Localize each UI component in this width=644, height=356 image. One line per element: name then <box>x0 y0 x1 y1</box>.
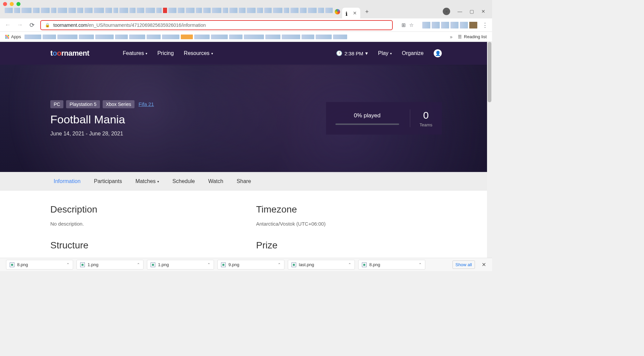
download-item[interactable]: last.png⌃ <box>288 260 355 270</box>
star-icon[interactable]: ☆ <box>409 22 414 28</box>
nav-pricing[interactable]: Pricing <box>157 50 174 56</box>
maximize[interactable]: ▢ <box>470 9 474 14</box>
chrome-window-controls: ▾ — ▢ ✕ <box>443 8 489 15</box>
close-tab[interactable]: ✕ <box>353 10 357 16</box>
nav-features[interactable]: Features▾ <box>123 50 147 56</box>
subnav-schedule[interactable]: Schedule <box>172 178 195 184</box>
timezone-heading: Timezone <box>256 204 442 215</box>
tab-favicon-blurred <box>335 9 340 14</box>
tabs-blurred <box>5 6 333 15</box>
download-item[interactable]: 1.png⌃ <box>147 260 214 270</box>
reading-list-label: Reading list <box>464 34 487 39</box>
teams-label: Teams <box>420 122 432 127</box>
image-file-icon <box>362 262 367 267</box>
url-actions: ⊞ ☆ <box>397 20 418 30</box>
hero: PC Playstation 5 Xbox Series Fifa 21 Foo… <box>0 65 492 172</box>
chevron-down-icon: ▾ <box>146 52 147 55</box>
minimize[interactable]: — <box>458 9 462 14</box>
timezone-section: Timezone Antarctica/Vostok (UTC+06:00) <box>256 204 442 227</box>
description-heading: Description <box>50 204 236 215</box>
stats-box: 0% played 0 Teams <box>326 102 442 135</box>
chevron-up-icon[interactable]: ⌃ <box>278 262 281 267</box>
bookmarks-overflow[interactable]: » <box>450 34 452 40</box>
structure-heading: Structure <box>50 240 236 251</box>
nav-resources[interactable]: Resources▾ <box>184 50 213 56</box>
window-controls <box>3 2 20 6</box>
chevron-up-icon[interactable]: ⌃ <box>419 262 422 267</box>
forward-button[interactable]: → <box>16 21 23 29</box>
tournament-dates: June 14, 2021 - June 28, 2021 <box>50 131 154 137</box>
prize-heading: Prize <box>256 240 442 251</box>
chevron-down-icon: ▾ <box>365 50 368 56</box>
subnav-share[interactable]: Share <box>237 178 251 184</box>
subnav-participants[interactable]: Participants <box>94 178 122 184</box>
clock-icon: 🕑 <box>336 50 342 56</box>
url-path: /en_US/tournaments/4712069825635926016/i… <box>87 22 206 28</box>
badge-ps5: Playstation 5 <box>66 100 100 108</box>
image-file-icon <box>151 262 155 267</box>
progress-bar <box>335 123 399 125</box>
chevron-up-icon[interactable]: ⌃ <box>348 262 351 267</box>
download-item[interactable]: 8.png⌃ <box>358 260 425 270</box>
reload-button[interactable]: ⟳ <box>28 21 36 29</box>
image-file-icon <box>80 262 85 267</box>
scrollbar-thumb[interactable] <box>488 42 491 102</box>
image-file-icon <box>221 262 226 267</box>
prize-section: Prize <box>256 240 442 257</box>
info-content: Description No description. Timezone Ant… <box>0 191 492 258</box>
chevron-down-icon: ▾ <box>157 180 159 183</box>
page-content: toornament Features▾ Pricing Resources▾ … <box>0 42 492 258</box>
minimize-window[interactable] <box>10 2 14 6</box>
description-section: Description No description. <box>50 204 236 227</box>
close-downloads-bar[interactable]: ✕ <box>482 261 486 268</box>
chevron-down-icon: ▾ <box>211 52 213 55</box>
platform-badges: PC Playstation 5 Xbox Series Fifa 21 <box>50 100 154 108</box>
nav-clock[interactable]: 🕑2:38 PM▾ <box>336 50 368 56</box>
chevron-up-icon[interactable]: ⌃ <box>66 262 69 267</box>
reading-list-icon: ☰ <box>458 34 462 39</box>
tab-favicon: ℹ <box>345 11 350 15</box>
tab-strip: ℹ ✕ + ▾ — ▢ ✕ <box>0 0 492 18</box>
site-topnav: toornament Features▾ Pricing Resources▾ … <box>0 42 492 65</box>
nav-play[interactable]: Play▾ <box>378 50 392 56</box>
bookmarks-blurred <box>24 35 447 39</box>
chevron-down-icon: ▾ <box>390 52 392 55</box>
image-file-icon <box>10 262 14 267</box>
game-link[interactable]: Fifa 21 <box>139 101 154 107</box>
download-item[interactable]: 8.png⌃ <box>6 260 73 270</box>
reading-list[interactable]: ☰ Reading list <box>458 34 487 39</box>
downloads-bar: 8.png⌃ 1.png⌃ 1.png⌃ 9.png⌃ last.png⌃ 8.… <box>0 258 492 271</box>
active-tab[interactable]: ℹ ✕ <box>342 8 360 18</box>
close-window[interactable] <box>3 2 7 6</box>
show-all-downloads[interactable]: Show all <box>452 260 475 269</box>
extensions-blurred <box>422 22 477 28</box>
download-item[interactable]: 1.png⌃ <box>76 260 144 270</box>
translate-icon[interactable]: ⊞ <box>401 22 406 28</box>
download-item[interactable]: 9.png⌃ <box>217 260 284 270</box>
subnav-matches[interactable]: Matches▾ <box>136 178 159 184</box>
maximize-window[interactable] <box>16 2 20 6</box>
search-tabs[interactable]: ▾ <box>443 8 450 15</box>
address-bar: ← → ⟳ 🔒 toornament.com/en_US/tournaments… <box>0 18 492 32</box>
lock-icon[interactable]: 🔒 <box>45 23 50 27</box>
sub-nav: Information Participants Matches▾ Schedu… <box>0 172 492 191</box>
avatar[interactable]: 👤 <box>434 49 442 57</box>
structure-section: Structure <box>50 240 236 257</box>
badge-pc: PC <box>50 100 63 108</box>
nav-organize[interactable]: Organize <box>402 50 424 56</box>
url-box[interactable]: 🔒 toornament.com/en_US/tournaments/47120… <box>40 20 393 30</box>
site-logo[interactable]: toornament <box>50 49 89 58</box>
vertical-scrollbar[interactable] <box>487 42 492 258</box>
close[interactable]: ✕ <box>481 9 485 14</box>
apps-button[interactable]: Apps <box>5 34 21 39</box>
subnav-information[interactable]: Information <box>54 178 80 184</box>
new-tab[interactable]: + <box>362 7 372 16</box>
back-button[interactable]: ← <box>4 21 11 29</box>
subnav-watch[interactable]: Watch <box>208 178 223 184</box>
chevron-up-icon[interactable]: ⌃ <box>207 262 210 267</box>
played-label: 0% played <box>335 112 399 119</box>
url-text: toornament.com/en_US/tournaments/4712069… <box>53 22 388 28</box>
chrome-menu[interactable]: ⋮ <box>482 21 488 29</box>
apps-label: Apps <box>11 34 21 39</box>
chevron-up-icon[interactable]: ⌃ <box>137 262 140 267</box>
